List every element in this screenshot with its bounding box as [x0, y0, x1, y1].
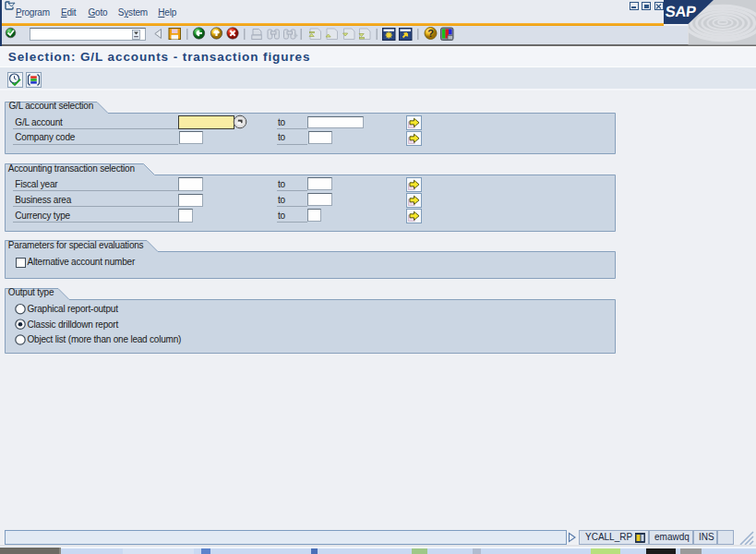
svg-text:?: ? — [427, 28, 434, 39]
svg-text:SAP: SAP — [665, 4, 697, 21]
